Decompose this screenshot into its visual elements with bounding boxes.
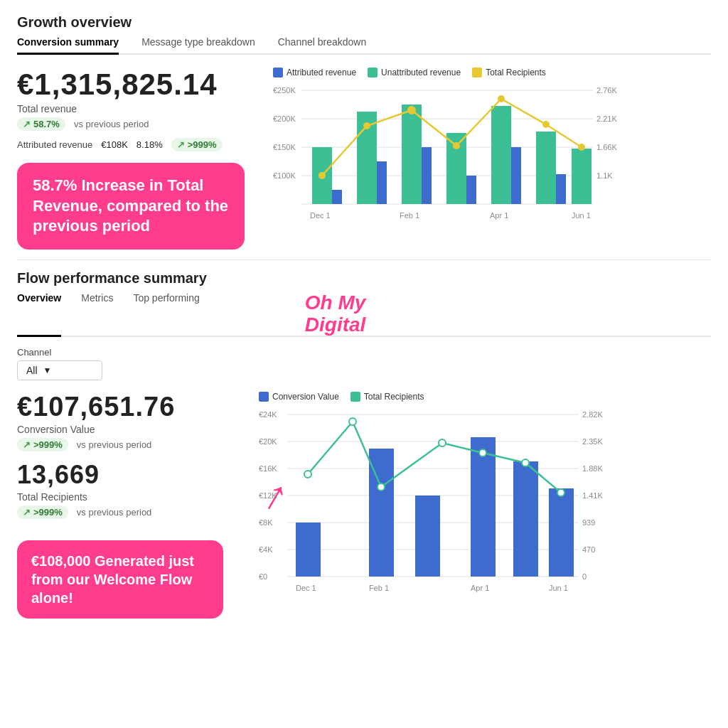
dot2-4: [439, 439, 446, 446]
flow-sub-tabs: Overview Metrics Top performing Oh My Di…: [17, 292, 711, 338]
revenue-badge: ↗ 58.7%: [17, 117, 65, 131]
legend-attributed: Attributed revenue: [273, 68, 356, 77]
page-container: Growth overview Conversion summary Messa…: [17, 14, 711, 619]
legend-attributed-label: Attributed revenue: [287, 68, 356, 77]
flow-callout: €108,000 Generated just from our Welcome…: [17, 540, 223, 619]
bar-attributed-6: [556, 174, 566, 204]
svg-text:2.35K: 2.35K: [582, 437, 603, 446]
y2-label-276k: 2.76K: [596, 86, 617, 95]
legend-total-recipients: Total Recipients: [350, 392, 424, 402]
channel-select[interactable]: All ▼: [17, 360, 102, 380]
total-revenue-number: €1,315,825.14: [17, 68, 259, 102]
bar-conv-5: [513, 461, 538, 577]
dot-7: [579, 144, 584, 150]
tab-conversion-summary[interactable]: Conversion summary: [17, 36, 119, 53]
bar-conv-4: [471, 437, 496, 577]
legend-dot-unattributed: [368, 68, 378, 77]
bar-unattributed-6: [536, 132, 556, 204]
y-label-100k: €100K: [273, 171, 296, 180]
legend-dot-recipients: [472, 68, 482, 77]
dot2-5: [479, 449, 486, 456]
arrow-up-icon4: ↗: [23, 507, 31, 518]
svg-text:€12K: €12K: [259, 491, 277, 500]
tab-channel-breakdown[interactable]: Channel breakdown: [278, 36, 367, 53]
bar-unattributed-7: [572, 149, 592, 204]
revenue-callout: 58.7% Increase in Total Revenue, compare…: [17, 163, 245, 250]
conv-value-label: Conversion Value: [17, 424, 245, 435]
chart-legend: Attributed revenue Unattributed revenue …: [273, 68, 711, 77]
svg-text:€8K: €8K: [259, 518, 273, 527]
conv-vs-text: vs previous period: [77, 439, 152, 450]
legend-recipients-label: Total Recipients: [486, 68, 546, 77]
bar-attributed-4: [466, 176, 476, 204]
conv-value-number: €107,651.76: [17, 392, 245, 422]
brand-line2: Digital: [305, 314, 366, 336]
flow-section: Flow performance summary Overview Metric…: [17, 270, 711, 619]
y2-label-166k: 1.66K: [596, 143, 617, 151]
svg-text:1.88K: 1.88K: [582, 464, 603, 473]
x-label-jun: Jun 1: [572, 211, 591, 220]
bar-conv-3: [415, 496, 440, 577]
flow-chart-legend: Conversion Value Total Recipients: [259, 392, 711, 402]
svg-text:€16K: €16K: [259, 464, 277, 473]
growth-section: Growth overview Conversion summary Messa…: [17, 14, 711, 250]
bar-attributed-3: [422, 147, 432, 204]
recipients-vs-text: vs previous period: [77, 507, 152, 518]
legend-conv-label: Conversion Value: [272, 392, 339, 402]
bar-unattributed-3: [402, 105, 422, 204]
total-revenue-label: Total revenue: [17, 103, 259, 114]
legend-dot-attributed: [273, 68, 283, 77]
subtab-metrics[interactable]: Metrics: [81, 292, 113, 336]
channel-value: All: [26, 365, 38, 376]
x2-label-dec: Dec 1: [296, 584, 316, 592]
flow-bottom-panel: €107,651.76 Conversion Value ↗ >999% vs …: [17, 392, 711, 619]
dot-3: [408, 107, 415, 114]
dot2-1: [304, 471, 311, 478]
svg-text:470: 470: [582, 545, 595, 554]
legend-conv-value: Conversion Value: [259, 392, 339, 402]
x2-label-feb: Feb 1: [369, 584, 389, 592]
legend-dot-recip: [350, 392, 360, 402]
attributed-pct: 8.18%: [136, 139, 163, 150]
subtab-overview[interactable]: Overview: [17, 292, 61, 336]
dot-1: [319, 173, 325, 178]
dot2-3: [378, 483, 385, 491]
growth-title: Growth overview: [17, 14, 711, 31]
y-label-150k: €150K: [273, 143, 296, 151]
conversion-top-panel: €1,315,825.14 Total revenue ↗ 58.7% vs p…: [17, 68, 711, 250]
bar-attributed-1: [332, 190, 342, 204]
tab-message-type[interactable]: Message type breakdown: [141, 36, 255, 53]
attributed-label: Attributed revenue: [17, 139, 92, 150]
dot-4: [454, 143, 459, 149]
bar-attributed-5: [511, 147, 521, 204]
svg-text:€4K: €4K: [259, 545, 273, 554]
recipients-badge: ↗ >999%: [17, 505, 68, 519]
dot2-6: [522, 459, 529, 466]
svg-text:€20K: €20K: [259, 437, 277, 446]
svg-text:0: 0: [582, 572, 587, 581]
x-label-feb: Feb 1: [400, 211, 419, 220]
svg-text:€24K: €24K: [259, 410, 277, 419]
flow-chart-panel: Conversion Value Total Recipients: [259, 392, 711, 619]
svg-text:2.82K: 2.82K: [582, 410, 603, 419]
brand-line1: Oh My: [305, 291, 366, 314]
growth-tabs: Conversion summary Message type breakdow…: [17, 36, 711, 55]
dot-5: [498, 96, 504, 102]
flow-chart: €24K €20K €16K €12K €8K €4K €0 2.82K 2.3…: [259, 407, 711, 599]
conv-badge: ↗ >999%: [17, 438, 68, 451]
bar-attributed-2: [377, 161, 387, 204]
subtab-top-performing[interactable]: Top performing: [133, 292, 199, 336]
x-label-apr: Apr 1: [490, 211, 508, 220]
dot2-2: [349, 418, 356, 425]
svg-text:1.41K: 1.41K: [582, 491, 603, 500]
bar-unattributed-5: [491, 106, 511, 204]
arrow-up-icon3: ↗: [23, 439, 31, 450]
dot2-7: [557, 489, 564, 496]
dot-2: [364, 123, 370, 129]
x2-label-jun: Jun 1: [549, 584, 568, 592]
x2-label-apr: Apr 1: [471, 584, 489, 592]
y2-label-221k: 2.21K: [596, 114, 617, 123]
brand-watermark: Oh My Digital: [305, 292, 366, 336]
y2-label-11k: 1.1K: [596, 171, 613, 180]
legend-unattributed-label: Unattributed revenue: [381, 68, 461, 77]
